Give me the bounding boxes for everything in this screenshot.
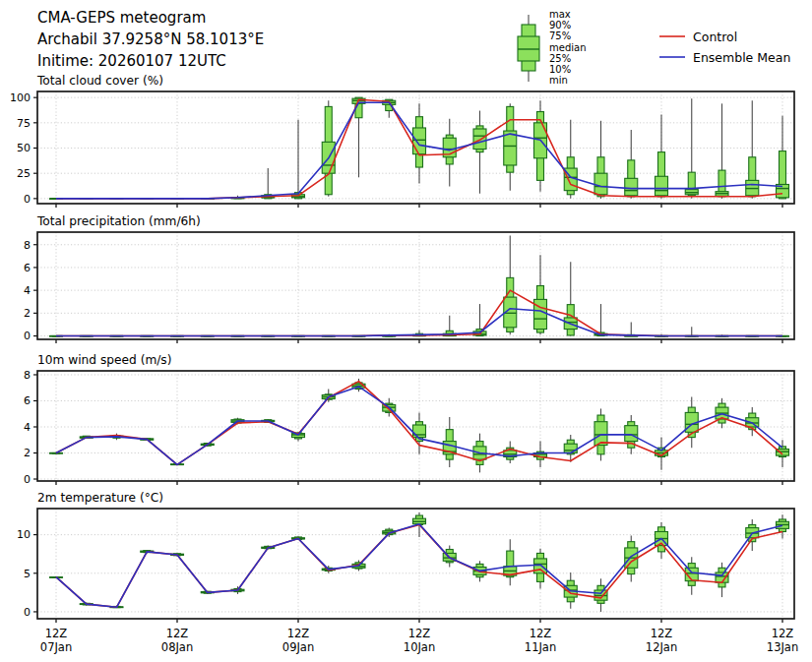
svg-text:0: 0 bbox=[24, 330, 31, 342]
svg-text:2: 2 bbox=[24, 447, 31, 459]
boxplot-legend-min: min bbox=[549, 75, 587, 86]
svg-text:50: 50 bbox=[17, 142, 31, 154]
panel-title-temperature: 2m temperature (°C) bbox=[37, 491, 163, 505]
boxplot-legend-p25: 25% bbox=[549, 53, 587, 64]
svg-text:12Z: 12Z bbox=[166, 627, 189, 640]
boxplot-legend-p90: 90% bbox=[549, 20, 587, 30]
svg-text:12Jan: 12Jan bbox=[646, 640, 677, 654]
legend-control-label: Control bbox=[693, 30, 737, 44]
panel-title-cloud-cover: Total cloud cover (%) bbox=[37, 74, 163, 88]
svg-text:0: 0 bbox=[24, 473, 31, 486]
figure-title: CMA-GEPS meteogram bbox=[37, 7, 264, 29]
svg-text:10Jan: 10Jan bbox=[404, 640, 435, 654]
svg-text:25: 25 bbox=[17, 167, 31, 180]
svg-text:12Z: 12Z bbox=[408, 627, 431, 640]
boxplot-legend-labels: max 90% 75% median 25% 10% min bbox=[549, 9, 587, 86]
figure-initime: Initime: 20260107 12UTC bbox=[37, 50, 264, 72]
svg-text:6: 6 bbox=[24, 394, 31, 407]
svg-text:07Jan: 07Jan bbox=[40, 640, 72, 654]
svg-text:11Jan: 11Jan bbox=[525, 640, 556, 654]
boxplot-legend-max: max bbox=[549, 9, 587, 20]
svg-text:6: 6 bbox=[24, 262, 31, 274]
svg-text:8: 8 bbox=[24, 369, 31, 382]
boxplot-legend-median: median bbox=[549, 42, 587, 53]
svg-text:08Jan: 08Jan bbox=[161, 640, 193, 654]
legend-ensemble-mean-label: Ensemble Mean bbox=[693, 50, 790, 65]
svg-text:13Jan: 13Jan bbox=[767, 640, 798, 654]
svg-text:4: 4 bbox=[24, 421, 31, 434]
svg-text:12Z: 12Z bbox=[45, 627, 68, 640]
panel-title-wind-speed: 10m wind speed (m/s) bbox=[37, 353, 171, 367]
meteogram-figure: 02550751000246802468051012Z07Jan12Z08Jan… bbox=[0, 0, 812, 662]
meteogram-chart: 02550751000246802468051012Z07Jan12Z08Jan… bbox=[0, 0, 812, 662]
svg-text:100: 100 bbox=[10, 91, 31, 104]
svg-text:75: 75 bbox=[17, 117, 31, 130]
figure-header: CMA-GEPS meteogram Archabil 37.9258°N 58… bbox=[37, 7, 264, 72]
figure-location: Archabil 37.9258°N 58.1013°E bbox=[37, 29, 264, 50]
svg-text:0: 0 bbox=[24, 606, 31, 619]
svg-text:09Jan: 09Jan bbox=[282, 640, 314, 654]
svg-text:8: 8 bbox=[24, 239, 31, 252]
svg-text:0: 0 bbox=[24, 193, 31, 206]
svg-text:4: 4 bbox=[24, 284, 31, 297]
boxplot-legend-p75: 75% bbox=[549, 30, 587, 41]
svg-text:12Z: 12Z bbox=[651, 627, 673, 640]
svg-text:12Z: 12Z bbox=[530, 627, 552, 640]
svg-text:12Z: 12Z bbox=[287, 627, 310, 640]
svg-text:12Z: 12Z bbox=[772, 627, 794, 640]
boxplot-legend-p10: 10% bbox=[549, 64, 587, 75]
svg-text:10: 10 bbox=[17, 528, 31, 541]
svg-text:2: 2 bbox=[24, 307, 31, 320]
svg-text:5: 5 bbox=[24, 568, 31, 580]
panel-title-precipitation: Total precipitation (mm/6h) bbox=[37, 214, 201, 228]
